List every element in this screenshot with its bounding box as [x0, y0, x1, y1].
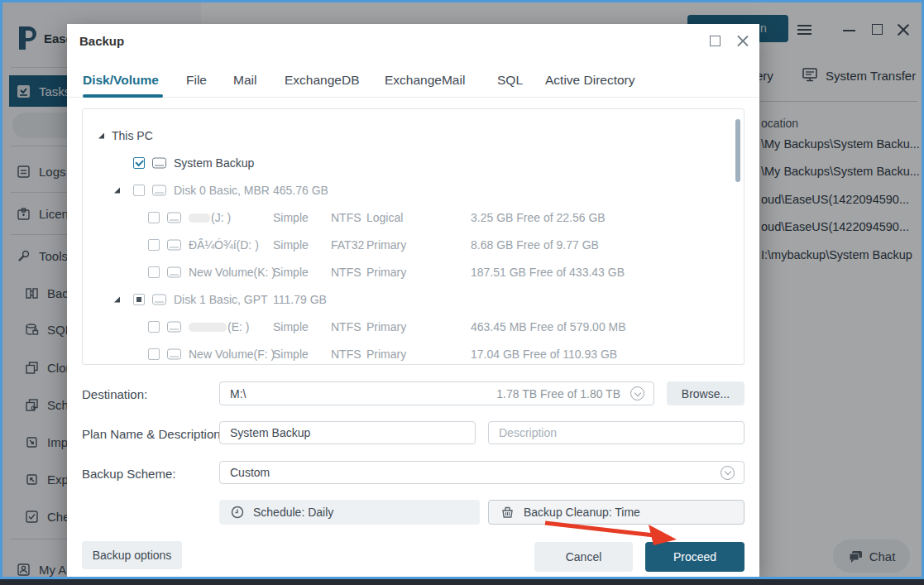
checkbox-checked[interactable] — [133, 157, 145, 169]
tree-row-system-backup[interactable]: System Backup — [83, 149, 744, 176]
tab-sql[interactable]: SQL — [497, 73, 523, 88]
dialog-maximize-icon[interactable] — [710, 36, 721, 46]
tree-row-volume-j[interactable]: (J: ) Simple NTFS Logical 3.25 GB Free o… — [83, 204, 744, 231]
checkbox-empty[interactable] — [133, 185, 145, 196]
expand-arrow-icon[interactable] — [98, 132, 104, 138]
checkbox-empty[interactable] — [148, 266, 160, 278]
clock-icon — [231, 506, 244, 519]
cancel-button[interactable]: Cancel — [534, 542, 633, 572]
tree-row-volume-k[interactable]: New Volume(K: ) Simple NTFS Primary 187.… — [83, 258, 744, 285]
cleanup-basket-icon — [500, 506, 515, 519]
redacted-label — [189, 323, 227, 332]
tree-scrollbar[interactable] — [735, 119, 740, 182]
tab-disk-volume[interactable]: Disk/Volume — [83, 73, 159, 88]
tree-row-disk0[interactable]: Disk 0 Basic, MBR 465.76 GB — [83, 176, 744, 204]
drive-icon — [152, 294, 166, 304]
description-placeholder: Description — [499, 426, 557, 439]
expand-arrow-icon[interactable] — [114, 296, 120, 302]
tree-row-volume-d[interactable]: ĐÂ¼Ó¾í(D: ) Simple FAT32 Primary 8.68 GB… — [83, 231, 744, 258]
redacted-label — [189, 213, 210, 223]
dialog-title: Backup — [79, 34, 124, 48]
tab-active-directory[interactable]: Active Directory — [545, 73, 635, 88]
checkbox-empty[interactable] — [148, 212, 160, 223]
app-window: Ease Tasks Logs — [0, 0, 924, 579]
tree-row-volume-e[interactable]: (E: ) Simple NTFS Primary 463.45 MB Free… — [83, 313, 744, 340]
tab-exchangemail[interactable]: ExchangeMail — [385, 73, 465, 88]
drive-icon — [167, 348, 181, 359]
active-tab-underline — [83, 94, 163, 98]
plan-name-label: Plan Name & Description: — [82, 427, 224, 441]
backup-scheme-label: Backup Scheme: — [82, 467, 175, 481]
schedule-button[interactable]: Schedule: Daily — [219, 500, 480, 525]
checkbox-empty[interactable] — [148, 321, 160, 333]
destination-free-space: 1.78 TB Free of 1.80 TB — [496, 387, 620, 400]
drive-icon — [167, 321, 181, 332]
chevron-down-icon[interactable] — [721, 466, 735, 480]
backup-cleanup-button[interactable]: Backup Cleanup: Time — [488, 500, 744, 525]
tree-row-disk1[interactable]: Disk 1 Basic, GPT 111.79 GB — [83, 285, 744, 313]
checkbox-empty[interactable] — [148, 348, 160, 360]
browse-button[interactable]: Browse... — [667, 381, 744, 405]
tab-separator — [67, 97, 759, 98]
destination-select[interactable]: M:\ 1.78 TB Free of 1.80 TB — [219, 381, 654, 405]
plan-name-input[interactable]: System Backup — [219, 421, 476, 444]
drive-icon — [167, 239, 181, 250]
tab-exchangedb[interactable]: ExchangeDB — [285, 73, 359, 88]
backup-options-button[interactable]: Backup options — [82, 541, 182, 569]
checkbox-empty[interactable] — [148, 239, 160, 251]
tree-row-this-pc[interactable]: This PC — [83, 122, 744, 149]
screen: Ease Tasks Logs — [0, 0, 924, 585]
destination-label: Destination: — [82, 387, 147, 401]
checkbox-partial[interactable] — [133, 294, 145, 305]
drive-icon — [152, 157, 166, 168]
expand-arrow-icon[interactable] — [114, 187, 120, 193]
drive-icon — [152, 185, 166, 195]
tab-file[interactable]: File — [186, 73, 207, 88]
description-input[interactable]: Description — [488, 421, 744, 444]
drive-icon — [167, 212, 181, 223]
backup-scheme-select[interactable]: Custom — [219, 461, 744, 484]
backup-dialog: Backup Disk/Volume File Mail ExchangeDB … — [67, 24, 759, 578]
tab-mail[interactable]: Mail — [233, 73, 256, 88]
source-tree-panel: This PC System Backup Disk 0 Basic, MBR … — [82, 108, 744, 365]
chevron-down-icon[interactable] — [630, 386, 644, 400]
destination-value: M:\ — [230, 387, 246, 400]
dialog-close-icon[interactable] — [737, 35, 749, 46]
drive-icon — [167, 266, 181, 277]
proceed-button[interactable]: Proceed — [645, 542, 744, 572]
tree-row-volume-f[interactable]: New Volume(F: ) Simple NTFS Primary 17.0… — [83, 340, 744, 365]
